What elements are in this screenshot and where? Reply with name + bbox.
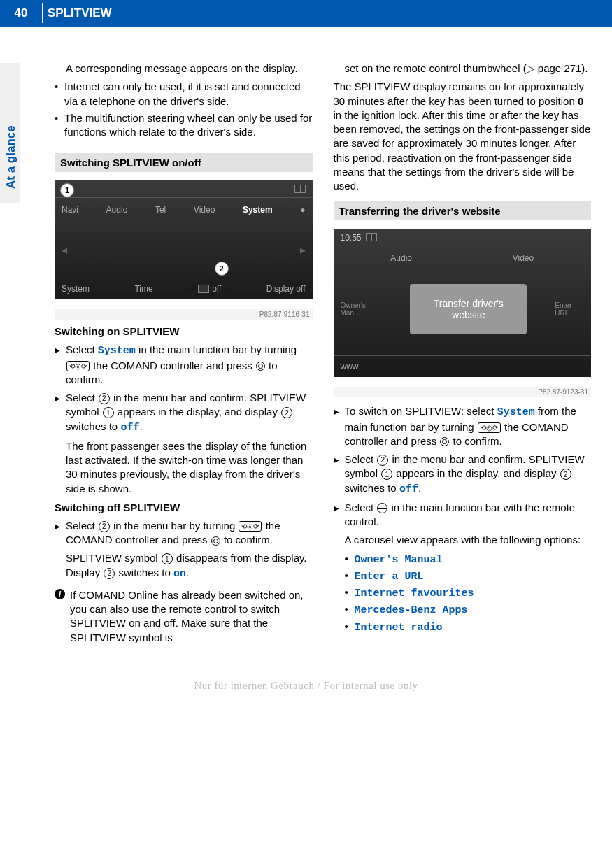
splitview-icon	[294, 185, 306, 193]
screenshot-status-bar: 📶	[55, 180, 313, 198]
text: .	[186, 567, 189, 578]
cmd-option: Internet favourites	[355, 588, 474, 599]
left-column: A corresponding message appears on the d…	[55, 62, 313, 645]
circled-2-icon: 2	[281, 407, 292, 418]
circled-2-icon: 2	[377, 455, 388, 466]
list-item: The multifunction steering wheel can onl…	[55, 111, 313, 140]
transfer-box: Transfer driver's website	[410, 284, 527, 334]
bot-item: Display off	[266, 284, 306, 294]
arrow-left-icon: ◂	[62, 243, 67, 257]
comand-screenshot-2: 10:55 Audio Video Owner's Man... Transfe…	[334, 229, 592, 377]
cmd-system: System	[497, 406, 535, 418]
circled-1-icon: 1	[162, 553, 173, 564]
section-heading: Transferring the driver's website	[334, 201, 592, 220]
text: switches to	[66, 420, 120, 432]
rotate-controller-icon: ⟲◎⟳	[66, 361, 90, 371]
step-item: Select 2 in the menu bar by turning ⟲◎⟳ …	[55, 519, 313, 548]
owners-manual-card: Owner's Man...	[341, 301, 383, 317]
circled-2-icon: 2	[104, 568, 115, 579]
text: to confirm.	[450, 435, 501, 447]
info-note: If COMAND Online has already been switch…	[55, 588, 313, 645]
body-text: SPLITVIEW symbol 1 disappears from the d…	[66, 551, 313, 581]
text: Select	[66, 343, 98, 355]
splitview-icon	[198, 285, 209, 293]
nav-item: Tel	[155, 205, 166, 215]
right-column: set on the remote control thumbwheel (▷ …	[334, 62, 592, 645]
nav-item: Navi	[62, 205, 78, 215]
screenshot-nav-bar: Audio Video	[334, 246, 592, 270]
text: in the main function bar by turning	[136, 343, 297, 355]
screenshot-bottom-bar: System Time off Display off	[55, 278, 313, 299]
callout-2: 2	[215, 262, 229, 276]
text: the COMAND controller and press	[90, 360, 255, 371]
side-tab: At a glance	[0, 63, 20, 203]
note-text: If COMAND Online has already been switch…	[70, 589, 304, 643]
screenshot-bottom-bar: www	[334, 355, 592, 377]
text: appears in the display, and display	[115, 406, 280, 418]
step-item: Select 2 in the menu bar and confirm. SP…	[55, 391, 313, 435]
step-item: Select in the main function bar with the…	[334, 501, 592, 529]
text: .	[139, 420, 142, 432]
splitview-icon	[366, 233, 377, 241]
nav-item-active: System	[243, 205, 273, 215]
circled-1-icon: 1	[381, 469, 392, 480]
text: to confirm.	[221, 534, 273, 546]
nav-item: Audio	[106, 205, 128, 215]
time-label: 10:55	[341, 233, 362, 243]
screenshot-middle: ◂ ▸	[55, 222, 313, 278]
text: Select	[66, 392, 98, 404]
bullet-list: Internet can only be used, if it is set …	[55, 80, 313, 139]
list-item: Internet favourites	[345, 585, 592, 601]
cmd-option: Owner's Manual	[355, 554, 443, 566]
page-number: 40	[0, 6, 42, 20]
section-heading: Switching SPLITVIEW on/off	[55, 153, 313, 172]
www-label: www	[341, 362, 359, 371]
rotate-controller-icon: ⟲◎⟳	[478, 422, 501, 433]
text: Select	[345, 501, 377, 513]
carousel-options: Owner's Manual Enter a URL Internet favo…	[345, 552, 592, 635]
arrow-right-icon: ▸	[300, 243, 306, 257]
footer-watermark: Nur für internen Gebrauch / For internal…	[0, 666, 612, 706]
cmd-off: off	[120, 422, 139, 434]
list-item: Internet radio	[345, 620, 592, 635]
page-header: 40 SPLITVIEW	[0, 0, 612, 27]
subheading: Switching on SPLITVIEW	[55, 325, 313, 337]
side-tab-label: At a glance	[4, 70, 18, 189]
body-text: The front passenger sees the display of …	[66, 439, 313, 496]
rotate-controller-icon: ⟲◎⟳	[239, 521, 262, 532]
screenshot-status-bar: 10:55	[334, 229, 592, 246]
cmd-option: Enter a URL	[355, 571, 424, 583]
cmd-option: Mercedes-Benz Apps	[355, 604, 468, 616]
cmd-off: off	[399, 483, 418, 495]
text: switches to	[115, 567, 173, 578]
circled-2-icon: 2	[560, 469, 571, 480]
list-item: Enter a URL	[345, 569, 592, 584]
cmd-system: System	[98, 345, 136, 357]
press-button-icon	[256, 362, 265, 371]
circled-2-icon: 2	[99, 521, 110, 532]
comand-screenshot-1: 1 📶 Navi Audio Tel Video System ● ◂ ▸ 2 …	[55, 180, 313, 299]
press-button-icon	[440, 437, 449, 446]
text: in the menu bar by turning	[111, 520, 239, 532]
list-item: Internet can only be used, if it is set …	[55, 80, 313, 108]
text: Select	[66, 520, 98, 532]
chapter-title: SPLITVIEW	[48, 6, 112, 20]
screenshot-nav-bar: Navi Audio Tel Video System ●	[55, 198, 313, 222]
step-item: Select 2 in the menu bar and confirm. SP…	[334, 453, 592, 497]
text: Select	[345, 453, 377, 465]
bot-item: System	[62, 284, 90, 294]
content-area: A corresponding message appears on the d…	[0, 27, 612, 666]
intro-text: A corresponding message appears on the d…	[66, 62, 313, 76]
circled-1-icon: 1	[103, 407, 114, 418]
screenshot-id: P82.87-9123-31	[334, 387, 592, 397]
text: SPLITVIEW symbol	[66, 552, 161, 564]
list-item: Owner's Manual	[345, 552, 592, 567]
header-divider	[42, 3, 43, 23]
text: appears in the display, and display	[393, 467, 559, 479]
enter-url-card: Enter URL	[555, 301, 584, 317]
globe-icon: ●	[300, 205, 305, 215]
cmd-option: Internet radio	[355, 622, 443, 634]
nav-item: Audio	[390, 253, 412, 263]
bot-item: Time	[134, 284, 152, 294]
globe-icon	[377, 503, 387, 513]
